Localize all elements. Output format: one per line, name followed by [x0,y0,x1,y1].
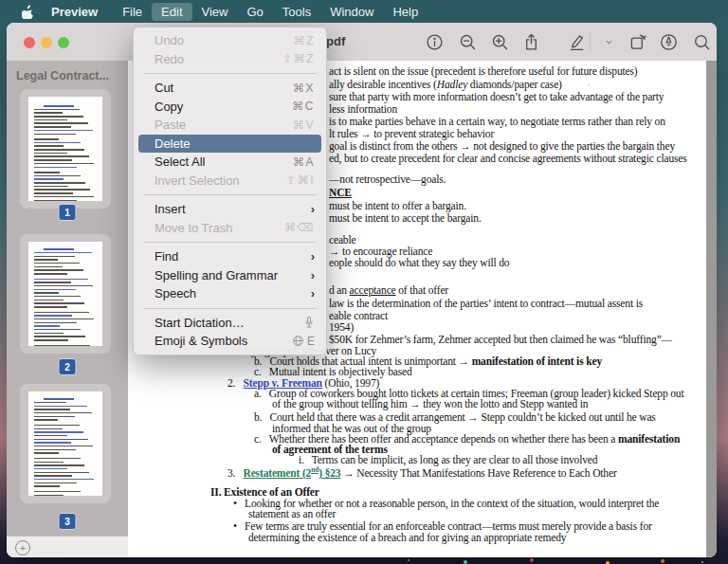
window-title: pdf [326,34,345,48]
menubar-items: PreviewFileEditViewGoToolsWindowHelp [42,3,428,21]
document-text-line: NCE [329,187,352,198]
document-text-line: of the group without telling him → they … [272,398,588,409]
menu-separator [134,237,326,247]
wallpaper-flecks [408,559,410,561]
sidebar-bottom-bar: + [7,536,128,557]
mic-icon [303,316,315,329]
document-text-line: ed, but to create precedent for clear an… [329,153,687,164]
apple-logo-icon[interactable] [13,5,42,19]
document-text-line: d an acceptance of that offer [329,284,448,296]
document-text-line: $50K for Zehmer’s farm, Zehmer accepted … [329,334,672,345]
document-text-line: • Few terms are truly essential for an e… [233,520,652,532]
menu-item-redo[interactable]: Redo⇧⌘Z [134,50,326,69]
menu-bar: PreviewFileEditViewGoToolsWindowHelp [0,0,728,23]
thumbnail-page-preview [28,391,102,496]
chevron-down-icon[interactable] [598,31,619,52]
share-icon[interactable] [520,31,541,52]
menubar-item-tools[interactable]: Tools [273,3,320,21]
document-link[interactable]: Restatement (2 [244,467,312,479]
page-thumbnail-2[interactable] [20,234,111,354]
document-text-line: must be intent to accept the bargain. [329,212,482,224]
menu-separator [134,68,326,79]
menu-item-emoji-symbols[interactable]: Emoji & SymbolsE [134,332,326,351]
menubar-item-file[interactable]: File [113,3,152,21]
menubar-item-view[interactable]: View [192,3,238,21]
menu-item-label: Invert Selection [155,173,286,188]
document-text-line: determining the existence of a breach an… [248,532,566,543]
menu-item-shortcut: ⌘V [293,118,315,132]
rotate-icon[interactable] [627,31,647,52]
document-link[interactable]: ) §23 [318,467,340,479]
menubar-item-go[interactable]: Go [237,3,272,21]
menu-item-cut[interactable]: Cut⌘X [134,79,326,98]
document-text-line: goal is distinct from the others → not d… [329,140,675,152]
document-text-line: act is silent on the issue (precedent is… [329,65,638,77]
page-number-badge: 3 [59,513,77,530]
menu-item-shortcut: ⌘⌫ [284,221,315,234]
zoom-out-icon[interactable] [457,31,478,52]
document-text-line: must be intent to offer a bargain. [329,200,466,211]
menu-item-label: Paste [155,118,293,132]
document-text-line: II. Existence of an Offer [210,486,319,498]
markup-icon[interactable] [566,31,587,52]
menu-item-start-dictation[interactable]: Start Dictation… [134,314,326,333]
menu-item-paste[interactable]: Paste⌘V [134,116,326,135]
document-text-line: 1954) [329,321,354,333]
edit-menu-popup: Undo⌘ZRedo⇧⌘ZCut⌘XCopy⌘CPaste⌘VDeleteSel… [133,27,327,355]
submenu-arrow-icon: › [311,202,315,216]
sidebar-document-title: Legal Contract... [16,69,109,82]
page-thumbnail-3[interactable] [20,384,111,503]
search-icon[interactable] [691,31,712,52]
page-thumbnail-1[interactable] [20,89,111,209]
menu-item-label: Speech [155,286,311,300]
add-page-button[interactable]: + [15,540,30,555]
menu-item-label: Delete [155,136,315,151]
minimize-button[interactable] [41,37,52,48]
document-text-line: 3. Restatement (2nd) §23 → Necessity Tha… [228,464,617,479]
zoom-in-icon[interactable] [489,31,510,52]
menu-item-shortcut: ⇧⌘Z [282,52,315,65]
menu-item-shortcut: ⇧⌘I [286,173,315,187]
menu-item-insert[interactable]: Insert› [134,200,326,219]
highlight-icon[interactable] [658,31,679,52]
menu-item-move-to-trash[interactable]: Move to Trash⌘⌫ [134,219,326,238]
document-text-line: less information [329,103,397,115]
info-icon[interactable] [424,31,445,52]
menu-item-speech[interactable]: Speech› [134,284,326,303]
menu-item-label: Start Dictation… [155,316,303,330]
menubar-item-preview[interactable]: Preview [42,3,107,21]
submenu-arrow-icon: › [311,286,315,300]
page-number-badge: 2 [59,358,77,375]
zoom-window-button[interactable] [58,37,69,48]
document-text-line: eable contract [329,310,388,321]
menu-item-copy[interactable]: Copy⌘C [134,98,326,117]
menu-item-label: Undo [155,33,294,47]
menu-item-undo[interactable]: Undo⌘Z [134,31,326,50]
menu-item-label: Move to Trash [155,221,284,235]
globe-icon: E [292,335,315,348]
document-text-line: → to encourage reliance [329,246,432,257]
menubar-item-help[interactable]: Help [383,3,428,21]
document-text-line: ally desirable incentives (Hadley diamon… [329,79,562,90]
submenu-arrow-icon: › [311,249,315,264]
menu-item-label: Copy [155,100,292,114]
menu-item-select-all[interactable]: Select All⌘A [134,153,326,172]
menu-item-shortcut: ⌘X [293,82,315,95]
thumbnail-page-preview [28,97,102,201]
menu-item-spelling-and-grammar[interactable]: Spelling and Grammar› [134,266,326,285]
menu-item-label: Insert [155,202,311,216]
menu-item-shortcut: ⌘A [293,155,315,169]
page-number-badge: 1 [59,204,77,221]
menu-item-delete[interactable]: Delete [138,135,321,154]
document-text-line: lt rules → to prevent strategic behavior [329,128,494,139]
document-text-line: —not retrospective—goals. [329,173,446,185]
close-button[interactable] [24,37,35,48]
menu-item-invert-selection[interactable]: Invert Selection⇧⌘I [134,172,326,191]
menubar-item-edit[interactable]: Edit [152,3,191,21]
document-text-line: ceable [329,234,355,246]
menu-item-shortcut: ⌘C [292,100,315,113]
menubar-item-window[interactable]: Window [320,3,383,21]
menu-item-find[interactable]: Find› [134,247,326,266]
preview-window: pdf Legal Contract... 123 + ˌ ˌ ˌ ˌ act … [7,23,717,557]
document-scrollbar[interactable] [706,61,717,557]
